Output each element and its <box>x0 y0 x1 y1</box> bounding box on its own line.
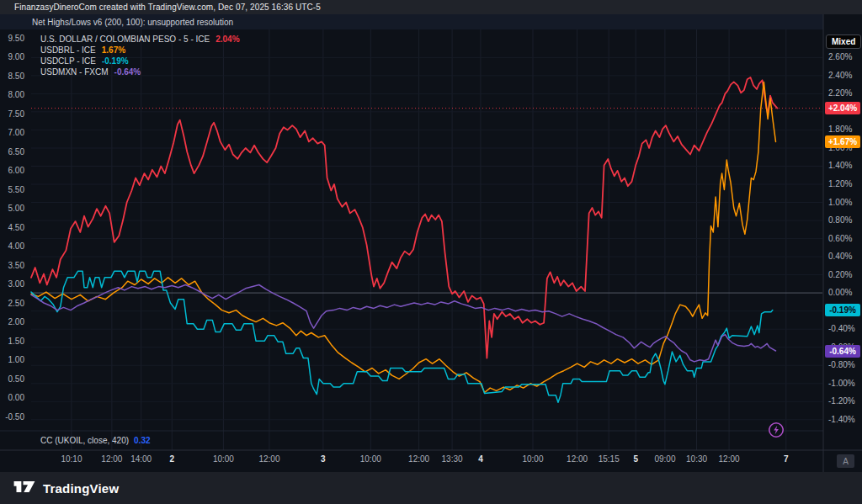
left-axis-tick: 3.50 <box>0 261 24 271</box>
left-axis-tick: 4.00 <box>0 241 24 252</box>
time-axis-tick: 15:15 <box>599 454 620 464</box>
bottom-indicator-legend[interactable]: CC (UKOIL, close, 420)0.32 <box>40 436 151 445</box>
legend-item-title: USDCLP - ICE <box>40 56 96 66</box>
indicator-error-message[interactable]: Net Highs/Lows v6 (200, 100): unsupporte… <box>32 18 233 27</box>
time-axis-tick: 12:00 <box>408 454 429 464</box>
bottom-indicator-value: 0.32 <box>134 436 150 445</box>
price-label-badge: +1.67% <box>825 135 860 148</box>
right-axis-tick: -1.40% <box>828 415 855 425</box>
legend-item-value: 2.04% <box>216 34 239 44</box>
left-axis-tick: 8.00 <box>0 90 24 100</box>
boost-button[interactable] <box>767 421 785 439</box>
right-axis-tick: -1.00% <box>828 379 855 389</box>
time-axis-tick: 12:00 <box>567 454 588 464</box>
price-label-badge: +2.04% <box>825 102 860 114</box>
right-axis-tick: -0.80% <box>828 360 855 370</box>
time-axis-tick: 09:00 <box>654 454 675 464</box>
left-axis-tick: 9.50 <box>0 34 24 44</box>
left-price-scale[interactable]: 9.509.008.508.007.507.006.506.005.505.00… <box>0 14 26 450</box>
left-axis-tick: 2.50 <box>0 299 24 309</box>
time-axis[interactable]: 10:1012:0014:00210:0012:00310:0012:0013:… <box>0 451 823 472</box>
time-axis-day-tick: 5 <box>633 454 638 464</box>
legend-item[interactable]: USDBRL - ICE1.67% <box>40 45 240 56</box>
legend-item[interactable]: USDMXN - FXCM-0.64% <box>40 66 240 77</box>
time-axis-tick: 12:00 <box>101 454 122 464</box>
left-axis-tick: 5.50 <box>0 185 24 195</box>
scale-mode-badge[interactable]: Mixed <box>826 34 861 49</box>
right-axis-tick: 2.40% <box>828 71 852 81</box>
bottom-indicator-title: CC (UKOIL, close, 420) <box>40 436 129 445</box>
tradingview-brand-text: TradingView <box>43 481 119 496</box>
time-axis-tick: 10:00 <box>360 454 381 464</box>
left-axis-tick: 1.00 <box>0 355 24 365</box>
legend-item-title: U.S. DOLLAR / COLOMBIAN PESO - 5 - ICE <box>40 34 210 44</box>
left-axis-tick: 9.00 <box>0 52 24 62</box>
left-axis-tick: 2.00 <box>0 317 24 327</box>
right-axis-tick: 0.20% <box>828 270 852 280</box>
left-axis-tick: 6.00 <box>0 166 24 176</box>
lightning-icon <box>767 429 785 442</box>
right-price-scale[interactable]: Mixed 2.60%2.40%2.20%2.00%1.80%1.60%1.40… <box>823 14 862 450</box>
axis-quick-settings-button[interactable]: A <box>837 454 854 468</box>
legend-item-value: 1.67% <box>102 45 125 55</box>
tradingview-chart-window: FinanzasyDineroCom created with TradingV… <box>0 0 862 504</box>
left-axis-tick: 8.50 <box>0 72 24 82</box>
time-axis-day-tick: 7 <box>784 454 789 464</box>
right-axis-tick: 2.60% <box>828 52 852 62</box>
legend-item[interactable]: USDCLP - ICE-0.19% <box>40 56 240 66</box>
right-axis-tick: 0.60% <box>828 234 852 244</box>
left-axis-tick: 4.50 <box>0 223 24 233</box>
time-axis-tick: 13:30 <box>442 454 463 464</box>
legend-item-value: -0.64% <box>114 67 141 77</box>
left-axis-tick: 7.50 <box>0 109 24 119</box>
left-axis-tick: -0.50 <box>0 412 24 422</box>
tradingview-logo-icon <box>13 479 36 498</box>
right-axis-tick: 1.80% <box>828 125 852 135</box>
legend-item[interactable]: U.S. DOLLAR / COLOMBIAN PESO - 5 - ICE2.… <box>40 34 240 45</box>
time-axis-tick: 14:00 <box>130 454 152 464</box>
left-axis-tick: 3.00 <box>0 279 24 289</box>
right-axis-tick: 0.40% <box>828 252 852 262</box>
right-axis-tick: 0.00% <box>828 288 852 298</box>
price-label-badge: -0.19% <box>825 304 860 316</box>
left-axis-tick: 7.00 <box>0 128 24 138</box>
legend: U.S. DOLLAR / COLOMBIAN PESO - 5 - ICE2.… <box>40 34 240 77</box>
right-axis-tick: 1.20% <box>828 179 852 189</box>
left-axis-tick: 1.50 <box>0 337 24 347</box>
time-axis-tick: 12:00 <box>719 454 740 464</box>
legend-item-title: USDMXN - FXCM <box>40 67 109 77</box>
right-axis-tick: 2.20% <box>828 88 852 98</box>
time-axis-day-tick: 4 <box>478 454 483 464</box>
right-axis-tick: -1.20% <box>828 396 855 406</box>
right-axis-tick: 1.40% <box>828 161 852 171</box>
right-axis-tick: 1.00% <box>828 198 852 208</box>
footer-bar: TradingView <box>0 472 862 504</box>
legend-item-title: USDBRL - ICE <box>40 45 96 55</box>
time-axis-day-tick: 2 <box>170 454 175 464</box>
left-axis-tick: 5.00 <box>0 204 24 214</box>
legend-item-value: -0.19% <box>102 56 129 66</box>
tradingview-logo[interactable]: TradingView <box>13 479 119 498</box>
time-axis-tick: 10:00 <box>213 454 234 464</box>
time-axis-tick: 10:00 <box>522 454 543 464</box>
left-axis-tick: 6.50 <box>0 147 24 157</box>
price-label-badge: -0.64% <box>825 345 860 358</box>
right-axis-tick: -0.40% <box>828 324 855 334</box>
left-axis-tick: 0.50 <box>0 374 24 385</box>
time-axis-tick: 10:10 <box>61 454 82 464</box>
right-axis-tick: 0.80% <box>828 215 852 225</box>
time-axis-tick: 10:30 <box>686 454 707 464</box>
left-axis-tick: 0.00 <box>0 393 24 403</box>
time-axis-tick: 12:00 <box>258 454 279 464</box>
time-axis-day-tick: 3 <box>321 454 326 464</box>
